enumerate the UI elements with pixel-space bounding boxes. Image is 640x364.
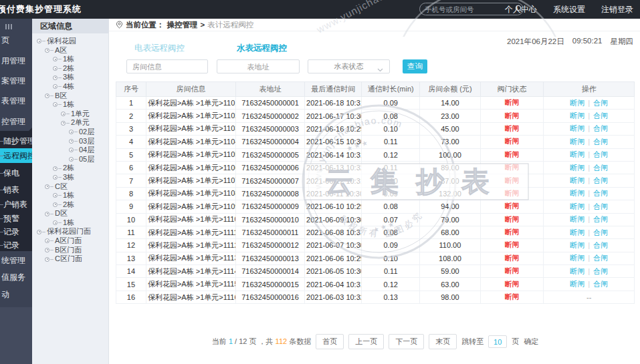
close-valve-link[interactable]: 断闸 xyxy=(570,189,584,197)
open-valve-link[interactable]: 合闸 xyxy=(593,112,608,120)
first-page-button[interactable]: 首页 xyxy=(316,334,344,349)
close-valve-link[interactable]: 断闸 xyxy=(570,150,584,158)
tree-node-13[interactable]: 04层 xyxy=(32,146,108,155)
sidebar-item-15[interactable]: 值服务 xyxy=(0,270,32,285)
sidebar-item-3[interactable]: 案管理 xyxy=(0,73,32,88)
open-valve-link[interactable]: 合闸 xyxy=(593,189,608,197)
close-valve-link[interactable]: 断闸 xyxy=(570,202,584,210)
tree-node-4[interactable]: 2栋 xyxy=(32,64,108,73)
next-page-button[interactable]: 下一页 xyxy=(389,334,424,349)
tree-node-9[interactable]: 1单元 xyxy=(32,110,108,119)
tree-node-2[interactable]: A区 xyxy=(32,46,108,55)
close-valve-link[interactable]: 断闸 xyxy=(570,164,584,172)
close-valve-link[interactable]: 断闸 xyxy=(570,228,584,236)
close-valve-link[interactable]: 断闸 xyxy=(570,280,584,288)
tree-node-11[interactable]: 02层 xyxy=(32,128,108,137)
sidebar-item-5[interactable]: 控管理 xyxy=(0,114,32,129)
tree-node-16[interactable]: 3栋 xyxy=(32,173,108,182)
close-valve-link[interactable]: 断闸 xyxy=(570,112,584,120)
prev-page-button[interactable]: 上一页 xyxy=(348,334,384,349)
tree-node-8[interactable]: 1栋 xyxy=(32,100,108,110)
water-meter-status-select[interactable]: 水表状态 xyxy=(308,59,390,73)
sidebar-item-13[interactable]: 记录 xyxy=(0,238,32,252)
jump-confirm-button[interactable]: 确定 xyxy=(524,337,538,347)
tree-node-15[interactable]: 2栋 xyxy=(32,164,108,173)
sidebar-item-10[interactable]: 户销表 xyxy=(0,197,32,212)
sidebar-item-2[interactable]: 用管理 xyxy=(0,53,32,68)
tree-node-24[interactable]: B区门面 xyxy=(32,246,108,255)
tree-node-12[interactable]: 03层 xyxy=(32,137,108,146)
cell-bal: 63.00 xyxy=(420,278,481,291)
column-header: 房间信息 xyxy=(146,82,235,97)
cell-bal: 100.00 xyxy=(420,148,481,161)
close-valve-link[interactable]: 断闸 xyxy=(570,241,584,249)
user-center-link[interactable]: 个人中心 xyxy=(505,4,537,15)
jump-page-input[interactable] xyxy=(488,335,507,348)
tree-node-5[interactable]: 3栋 xyxy=(32,73,108,82)
open-valve-link[interactable]: 合闸 xyxy=(593,176,608,184)
open-valve-link[interactable]: 合闸 xyxy=(593,254,608,262)
tree-node-20[interactable]: D区 xyxy=(32,209,108,218)
valve-status-badge: 断闸 xyxy=(505,176,519,184)
close-valve-link[interactable]: 断闸 xyxy=(570,176,584,184)
tree-node-10[interactable]: 2单元 xyxy=(32,118,108,128)
sidebar-item-14[interactable]: 统管理 xyxy=(0,253,32,268)
open-valve-link[interactable]: 合闸 xyxy=(593,228,608,236)
logout-link[interactable]: 注销登录 xyxy=(601,4,633,15)
tree-node-25[interactable]: C区门面 xyxy=(32,254,108,264)
close-valve-link[interactable]: 断闸 xyxy=(570,267,584,275)
sidebar-item-12[interactable]: 记录 xyxy=(0,224,32,239)
open-valve-link[interactable]: 合闸 xyxy=(593,164,608,172)
breadcrumb-section[interactable]: 操控管理 xyxy=(167,20,198,30)
last-page-button[interactable]: 末页 xyxy=(429,334,457,349)
tree-node-23[interactable]: A区门面 xyxy=(32,236,108,246)
sidebar-item-7[interactable]: 远程阀控 xyxy=(0,148,32,163)
meter-address-input[interactable] xyxy=(217,59,300,73)
sidebar-item-11[interactable]: 预警 xyxy=(0,211,32,226)
tree-node-3[interactable]: 1栋 xyxy=(32,55,108,64)
table-row-15: 15保利花园>A栋 >1单元>1115716324500000152021-06… xyxy=(116,278,635,291)
sidebar-item-4[interactable]: 表管理 xyxy=(0,94,32,108)
open-valve-link[interactable]: 合闸 xyxy=(593,267,608,275)
room-info-input[interactable] xyxy=(126,59,208,73)
close-valve-link[interactable]: 断闸 xyxy=(570,99,584,107)
close-valve-link[interactable]: 断闸 xyxy=(570,215,584,223)
query-button[interactable]: 查询 xyxy=(403,59,427,73)
sidebar-item-8[interactable]: 保电 xyxy=(0,166,32,180)
cell-addr: 71632450000010 xyxy=(236,213,305,226)
tree-node-17[interactable]: C区 xyxy=(32,182,108,192)
open-valve-link[interactable]: 合闸 xyxy=(593,215,608,223)
sidebar-item-6[interactable]: 随抄管理 xyxy=(0,134,32,148)
tree-node-connector xyxy=(74,159,78,160)
sidebar-item-9[interactable]: 销表 xyxy=(0,182,32,197)
tab-electric-meter-valve[interactable]: 电表远程阀控 xyxy=(125,43,194,61)
tree-node-1[interactable]: 保利花园 xyxy=(32,37,108,46)
open-valve-link[interactable]: 合闸 xyxy=(593,280,608,288)
open-valve-link[interactable]: 合闸 xyxy=(593,99,608,107)
tree-node-22[interactable]: 保利花园门面 xyxy=(32,227,108,236)
tree-node-18[interactable]: 1栋 xyxy=(32,191,108,200)
sidebar-item-label: 保电 xyxy=(3,168,19,178)
tree-node-14[interactable]: 05层 xyxy=(32,155,108,164)
tree-node-6[interactable]: 4栋 xyxy=(32,82,108,92)
cell-operations: 断闸|合闸 xyxy=(544,187,635,200)
collapse-menu-icon[interactable] xyxy=(5,24,12,29)
open-valve-link[interactable]: 合闸 xyxy=(593,124,608,132)
tab-water-meter-valve[interactable]: 水表远程阀控 xyxy=(227,43,296,61)
open-valve-link[interactable]: 合闸 xyxy=(593,138,608,146)
close-valve-link[interactable]: 断闸 xyxy=(570,138,584,146)
open-valve-link[interactable]: 合闸 xyxy=(593,241,608,249)
sidebar-item-16[interactable]: 动 xyxy=(0,287,32,302)
global-search-input[interactable] xyxy=(425,5,515,13)
open-valve-link[interactable]: 合闸 xyxy=(593,150,608,158)
tree-node-21[interactable]: 1栋 xyxy=(32,218,108,228)
op-separator: | xyxy=(588,228,590,236)
sidebar-item-1[interactable]: 页 xyxy=(0,33,32,47)
tree-node-7[interactable]: B区 xyxy=(32,92,108,101)
system-settings-link[interactable]: 系统设置 xyxy=(553,4,585,15)
close-valve-link[interactable]: 断闸 xyxy=(570,124,584,132)
open-valve-link[interactable]: 合闸 xyxy=(593,202,608,210)
date-text: 2021年06月22日 xyxy=(507,37,564,47)
close-valve-link[interactable]: 断闸 xyxy=(570,254,584,262)
tree-node-19[interactable]: 2栋 xyxy=(32,200,108,210)
